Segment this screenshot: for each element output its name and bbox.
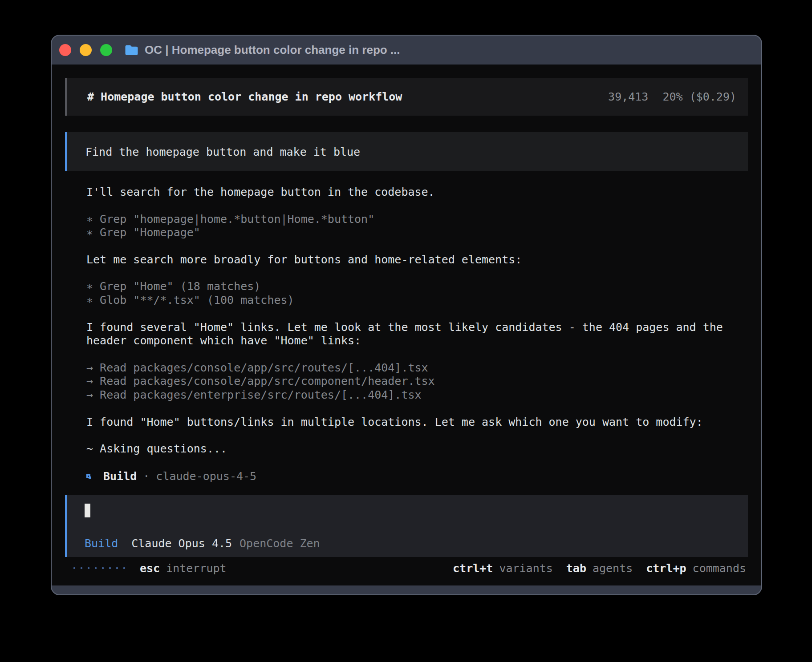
activity-dot <box>102 567 104 569</box>
terminal-window: OC | Homepage button color change in rep… <box>51 35 762 595</box>
hint-label: commands <box>693 562 746 575</box>
assistant-text-line: I'll search for the homepage button in t… <box>86 186 748 199</box>
maximize-button[interactable] <box>100 44 112 56</box>
session-stats: 39,413 20% ($0.29) <box>608 90 736 103</box>
assistant-text-line: I found "Home" buttons/links in multiple… <box>86 416 748 429</box>
assistant-text: Let me search more broadly for buttons a… <box>86 253 748 267</box>
assistant-text-line: ~ Asking questions... <box>86 442 748 456</box>
agent-status-row: Build · claude-opus-4-5 <box>65 469 748 483</box>
activity-dot <box>116 567 118 569</box>
session-header: # Homepage button color change in repo w… <box>65 78 748 116</box>
assistant-text: I found "Home" buttons/links in multiple… <box>86 416 748 429</box>
keybinding-hint: tabagents <box>566 562 633 575</box>
input-model-label[interactable]: Claude Opus 4.5 <box>131 537 232 550</box>
hint-key: ctrl+t <box>453 562 493 575</box>
tool-call-group: ∗ Grep "homepage|home.*button|Home.*butt… <box>86 213 748 240</box>
text-cursor <box>85 504 90 517</box>
agent-model: claude-opus-4-5 <box>156 470 256 483</box>
assistant-text-line: I found several "Home" links. Let me loo… <box>86 321 748 335</box>
agent-name: Build <box>103 470 137 483</box>
user-message-text: Find the homepage button and make it blu… <box>85 145 360 158</box>
keybinding-hint: ctrl+tvariants <box>453 562 553 575</box>
activity-dot <box>81 567 82 569</box>
status-left: esc interrupt <box>73 562 227 575</box>
tool-call-line: → Read packages/console/app/src/componen… <box>86 375 748 388</box>
activity-dots <box>73 567 125 569</box>
input-provider-label: OpenCode Zen <box>240 537 320 550</box>
agent-separator: · <box>143 470 150 483</box>
activity-dot <box>88 567 89 569</box>
tool-call-group: ∗ Grep "Home" (18 matches)∗ Glob "**/*.t… <box>86 280 748 307</box>
assistant-text: I found several "Home" links. Let me loo… <box>86 321 748 348</box>
tool-call-line: ∗ Glob "**/*.tsx" (100 matches) <box>86 294 748 307</box>
keybinding-hints: ctrl+tvariantstabagentsctrl+pcommands <box>453 562 746 575</box>
minimize-button[interactable] <box>80 44 92 56</box>
keybinding-hint: ctrl+pcommands <box>646 562 746 575</box>
folder-icon <box>125 44 138 56</box>
conversation: I'll search for the homepage button in t… <box>65 186 748 456</box>
tool-call-line: → Read packages/console/app/src/routes/[… <box>86 361 748 375</box>
token-count: 39,413 <box>608 90 648 103</box>
hint-label: variants <box>499 562 552 575</box>
tool-call-group: → Read packages/console/app/src/routes/[… <box>86 361 748 402</box>
close-button[interactable] <box>59 44 71 56</box>
window-title: OC | Homepage button color change in rep… <box>145 43 400 57</box>
terminal-content: # Homepage button color change in repo w… <box>52 65 761 585</box>
prompt-input[interactable]: Build Claude Opus 4.5 OpenCode Zen <box>65 495 748 557</box>
assistant-text-line: Let me search more broadly for buttons a… <box>86 253 748 267</box>
activity-dot <box>73 567 75 569</box>
tool-call-line: → Read packages/enterprise/src/routes/[.… <box>86 388 748 402</box>
tool-call-line: ∗ Grep "Homepage" <box>86 226 748 240</box>
activity-dot <box>109 567 111 569</box>
session-title: # Homepage button color change in repo w… <box>87 90 402 103</box>
hint-key: ctrl+p <box>646 562 686 575</box>
assistant-text: I'll search for the homepage button in t… <box>86 186 748 199</box>
activity-dot <box>95 567 97 569</box>
agent-icon <box>86 474 90 478</box>
tool-call-line: ∗ Grep "Home" (18 matches) <box>86 280 748 294</box>
titlebar: OC | Homepage button color change in rep… <box>52 36 761 65</box>
esc-label: interrupt <box>166 562 226 575</box>
activity-dot <box>123 567 125 569</box>
input-meta: Build Claude Opus 4.5 OpenCode Zen <box>85 537 748 550</box>
tool-call-line: ∗ Grep "homepage|home.*button|Home.*butt… <box>86 213 748 226</box>
esc-key: esc <box>140 562 160 575</box>
hint-label: agents <box>593 562 633 575</box>
context-cost: 20% ($0.29) <box>662 90 736 103</box>
user-message: Find the homepage button and make it blu… <box>65 132 748 171</box>
status-bar: esc interrupt ctrl+tvariantstabagentsctr… <box>65 561 748 575</box>
assistant-text: ~ Asking questions... <box>86 442 748 456</box>
input-mode-label[interactable]: Build <box>85 537 118 550</box>
assistant-text-line: header component which have "Home" links… <box>86 334 748 348</box>
hint-key: tab <box>566 562 586 575</box>
